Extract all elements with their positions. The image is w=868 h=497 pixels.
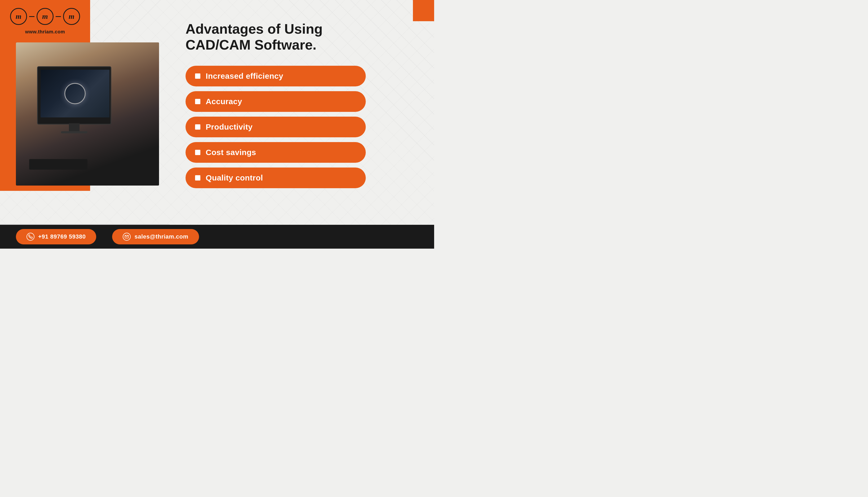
right-panel: Advantages of Using CAD/CAM Software. In…: [170, 0, 434, 225]
advantage-label-2: Accuracy: [206, 97, 242, 106]
advantage-icon-4: [195, 150, 200, 155]
logo-circle-1: m: [10, 8, 27, 25]
email-pill[interactable]: sales@thriam.com: [112, 229, 199, 244]
advantage-icon-2: [195, 99, 200, 104]
advantage-icon-5: [195, 175, 200, 181]
advantage-label-4: Cost savings: [206, 148, 256, 157]
advantage-item-4: Cost savings: [186, 142, 366, 163]
hero-image: [16, 42, 159, 186]
brand-url: www.thriam.com: [25, 29, 65, 35]
advantage-item-3: Productivity: [186, 117, 366, 137]
cad-shape: [64, 83, 86, 104]
advantage-item-2: Accuracy: [186, 91, 366, 112]
phone-number: +91 89769 59380: [38, 233, 86, 240]
advantage-icon-3: [195, 124, 200, 130]
email-icon: [123, 233, 131, 241]
monitor-stand: [69, 123, 79, 131]
monitor-scene: [16, 42, 159, 186]
monitor-body: [37, 66, 111, 125]
logo-container: m m m: [10, 8, 80, 25]
logo-circle-2: m: [37, 8, 54, 25]
phone-pill[interactable]: +91 89769 59380: [16, 229, 96, 244]
keyboard: [29, 159, 87, 170]
phone-icon: [27, 233, 34, 241]
email-address: sales@thriam.com: [134, 233, 188, 240]
bottom-footer: +91 89769 59380 sales@thriam.com: [0, 225, 434, 248]
logo-circle-3: m: [63, 8, 80, 25]
advantage-label-3: Productivity: [206, 123, 252, 131]
monitor-base: [61, 131, 87, 133]
advantages-list: Increased efficiency Accuracy Productivi…: [186, 66, 418, 188]
advantage-item-5: Quality control: [186, 168, 366, 188]
advantage-icon-1: [195, 73, 200, 79]
logo-dash-1: [29, 16, 34, 17]
page-title: Advantages of Using CAD/CAM Software.: [186, 21, 358, 53]
advantage-item-1: Increased efficiency: [186, 66, 366, 86]
logo-dash-2: [56, 16, 61, 17]
monitor-screen: [41, 70, 110, 117]
advantage-label-1: Increased efficiency: [206, 72, 283, 81]
advantage-label-5: Quality control: [206, 173, 263, 182]
